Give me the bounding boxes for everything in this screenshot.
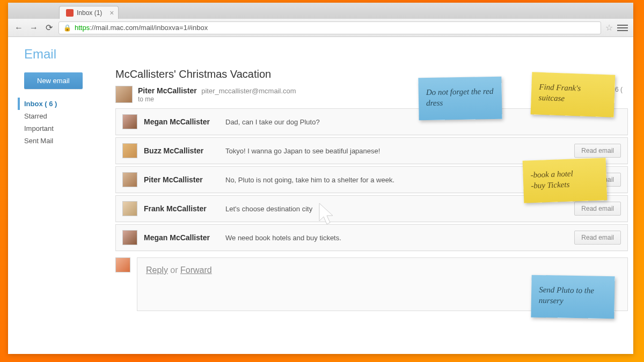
sticky-note[interactable]: -book a hotel-buy Tickets	[523, 158, 608, 203]
browser-tab[interactable]: Inbox (1) ×	[59, 6, 119, 19]
message-row[interactable]: Megan McCallisterWe need book hotels and…	[115, 224, 628, 251]
avatar	[122, 172, 137, 187]
sender-to: to me	[138, 95, 596, 103]
sender-email: piter_mccallister@mcmail.com	[201, 87, 296, 95]
sticky-note-line: -buy Tickets	[531, 178, 599, 191]
sender-name: Piter McCallister	[138, 86, 197, 95]
forward-icon[interactable]: →	[28, 23, 39, 33]
message-sender: Piter McCallister	[144, 175, 219, 184]
avatar	[115, 86, 133, 103]
message-sender: Buzz McCallister	[144, 146, 219, 155]
bookmark-star-icon[interactable]: ☆	[605, 23, 613, 33]
avatar	[122, 114, 137, 129]
new-email-button[interactable]: New email	[24, 72, 83, 89]
message-preview: Let's choose destination city	[225, 205, 568, 213]
message-preview: No, Pluto is not going, take him to a sh…	[225, 176, 568, 184]
back-icon[interactable]: ←	[13, 23, 24, 33]
reload-icon[interactable]: ⟳	[43, 23, 54, 33]
hamburger-menu-icon[interactable]	[617, 25, 628, 31]
message-sender: Megan McCallister	[144, 117, 219, 126]
sticky-note-line: Do not forget the red dress	[426, 86, 495, 108]
message-sender: Megan McCallister	[144, 233, 219, 242]
message-preview: We need book hotels and buy tickets.	[225, 234, 568, 242]
avatar	[122, 201, 137, 216]
read-email-button[interactable]: Read email	[574, 231, 621, 245]
tab-bar: Inbox (1) ×	[8, 3, 633, 19]
read-email-button[interactable]: Read email	[574, 202, 621, 216]
message-sender: Frank McCallister	[144, 204, 219, 213]
sticky-note[interactable]: Find Frank's suitcase	[531, 72, 616, 117]
sticky-note-line: Send Pluto to the nursery	[539, 285, 608, 307]
url-bar[interactable]: 🔒 https://mail.mac.com/mail/inboxva=1#in…	[58, 21, 601, 34]
reply-or-text: or	[168, 265, 180, 275]
sidebar: New email Inbox ( 6 ) Starred Important …	[8, 68, 107, 354]
browser-toolbar: ← → ⟳ 🔒 https://mail.mac.com/mail/inboxv…	[8, 19, 633, 37]
url-scheme: https	[75, 24, 90, 32]
avatar	[122, 143, 137, 158]
reply-link[interactable]: Reply	[146, 265, 168, 275]
tab-close-icon[interactable]: ×	[109, 9, 114, 17]
sidebar-item-important[interactable]: Important	[24, 122, 97, 135]
tab-title: Inbox (1)	[77, 9, 102, 17]
sticky-note-line: Find Frank's suitcase	[538, 82, 607, 105]
sidebar-item-sent[interactable]: Sent Mail	[24, 135, 97, 147]
forward-link[interactable]: Forward	[180, 265, 212, 275]
avatar	[122, 230, 137, 245]
message-preview: Tokyo! I wanna go Japan to see beatiful …	[225, 147, 568, 155]
sidebar-item-inbox[interactable]: Inbox ( 6 )	[18, 98, 97, 110]
sticky-note[interactable]: Do not forget the red dress	[418, 77, 502, 121]
url-path: ://mail.mac.com/mail/inboxva=1#inbox	[90, 24, 208, 32]
sticky-note[interactable]: Send Pluto to the nursery	[531, 275, 614, 319]
read-email-button[interactable]: Read email	[574, 144, 621, 158]
page-content: Email New email Inbox ( 6 ) Starred Impo…	[8, 37, 633, 354]
lock-icon: 🔒	[63, 24, 71, 32]
sidebar-item-starred[interactable]: Starred	[24, 110, 97, 122]
app-title: Email	[8, 37, 633, 68]
tab-favicon-icon	[66, 9, 74, 17]
browser-window: Inbox (1) × ← → ⟳ 🔒 https://mail.mac.com…	[8, 3, 633, 354]
avatar	[115, 257, 130, 272]
